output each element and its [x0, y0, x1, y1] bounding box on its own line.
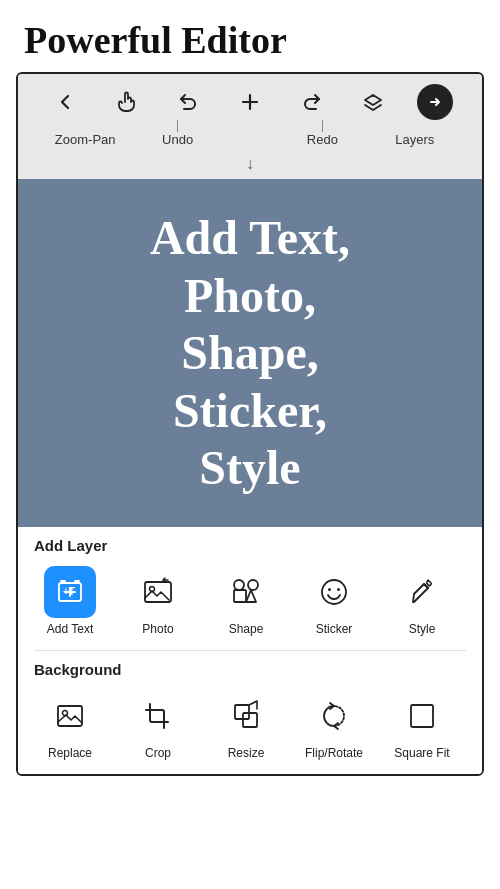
square-fit-label: Square Fit: [394, 746, 449, 760]
editor-frame: Zoom-Pan Undo Redo Layers ↓ Add Text,Pho…: [16, 72, 484, 776]
add-text-tool[interactable]: +T Add Text: [26, 562, 114, 640]
style-label: Style: [409, 622, 436, 636]
photo-tool[interactable]: Photo: [114, 562, 202, 640]
bottom-panel: Add Layer +T Add Text: [18, 527, 482, 774]
canvas-main-text: Add Text,Photo,Shape,Sticker,Style: [150, 209, 350, 497]
crop-label: Crop: [145, 746, 171, 760]
svg-point-8: [328, 588, 331, 591]
undo-icon[interactable]: [170, 84, 206, 120]
svg-point-5: [248, 580, 258, 590]
svg-rect-4: [234, 590, 246, 602]
redo-icon[interactable]: [294, 84, 330, 120]
add-text-label: Add Text: [47, 622, 93, 636]
add-layer-tools: +T Add Text Photo: [18, 558, 482, 650]
canvas-area: Add Text,Photo,Shape,Sticker,Style: [18, 179, 482, 527]
layers-label: Layers: [395, 132, 434, 147]
background-label: Background: [18, 651, 482, 682]
toolbar: Zoom-Pan Undo Redo Layers ↓: [18, 74, 482, 179]
square-fit-tool[interactable]: Square Fit: [378, 686, 466, 764]
svg-rect-13: [243, 713, 257, 727]
style-tool[interactable]: Style: [378, 562, 466, 640]
down-arrow: ↓: [246, 155, 254, 173]
add-icon[interactable]: [232, 84, 268, 120]
page-title: Powerful Editor: [0, 0, 500, 72]
svg-rect-14: [411, 705, 433, 727]
svg-text:+T: +T: [63, 586, 75, 597]
sticker-tool[interactable]: Sticker: [290, 562, 378, 640]
svg-point-6: [234, 580, 244, 590]
add-layer-label: Add Layer: [18, 527, 482, 558]
sticker-label: Sticker: [316, 622, 353, 636]
zoom-pan-label: Zoom-Pan: [55, 132, 116, 147]
photo-label: Photo: [142, 622, 173, 636]
layers-icon[interactable]: [355, 84, 391, 120]
flip-rotate-tool[interactable]: Flip/Rotate: [290, 686, 378, 764]
background-tools: Replace Crop: [18, 682, 482, 774]
shape-label: Shape: [229, 622, 264, 636]
undo-label: Undo: [162, 132, 193, 147]
shape-tool[interactable]: Shape: [202, 562, 290, 640]
go-button[interactable]: [417, 84, 453, 120]
svg-point-7: [322, 580, 346, 604]
replace-tool[interactable]: Replace: [26, 686, 114, 764]
pan-icon[interactable]: [109, 84, 145, 120]
back-icon[interactable]: [47, 84, 83, 120]
replace-label: Replace: [48, 746, 92, 760]
svg-rect-12: [235, 705, 249, 719]
svg-rect-10: [58, 706, 82, 726]
svg-point-9: [337, 588, 340, 591]
redo-label: Redo: [307, 132, 338, 147]
resize-tool[interactable]: Resize: [202, 686, 290, 764]
crop-tool[interactable]: Crop: [114, 686, 202, 764]
flip-rotate-label: Flip/Rotate: [305, 746, 363, 760]
resize-label: Resize: [228, 746, 265, 760]
